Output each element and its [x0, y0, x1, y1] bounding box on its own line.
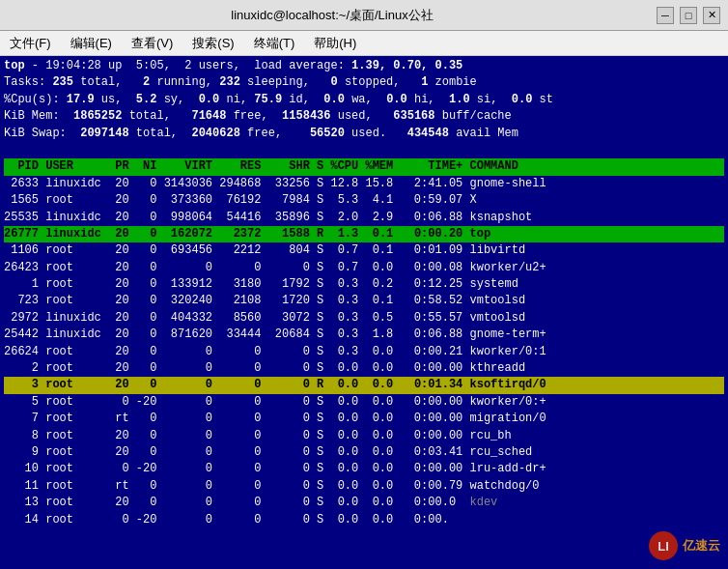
- close-button[interactable]: ✕: [703, 7, 720, 24]
- menu-terminal[interactable]: 终端(T): [248, 33, 301, 54]
- minimize-button[interactable]: ─: [657, 7, 674, 24]
- svg-text:LI: LI: [658, 539, 669, 554]
- process-row-10: 10 root 0 -20 0 0 0 S 0.0 0.0 0:00.00 lr…: [4, 461, 724, 477]
- menu-file[interactable]: 文件(F): [4, 33, 57, 54]
- menu-bar: 文件(F) 编辑(E) 查看(V) 搜索(S) 终端(T) 帮助(H): [0, 31, 728, 56]
- process-row-25535: 25535 linuxidc 20 0 998064 54416 35896 S…: [4, 210, 724, 226]
- title-bar: linuxidc@localhost:~/桌面/Linux公社 ─ □ ✕: [0, 0, 728, 31]
- process-row-2972: 2972 linuxidc 20 0 404332 8560 3072 S 0.…: [4, 310, 724, 327]
- menu-search[interactable]: 搜索(S): [186, 33, 239, 54]
- process-row-26624: 26624 root 20 0 0 0 0 S 0.3 0.0 0:00.21 …: [4, 344, 724, 360]
- process-row-26777: 26777 linuxidc 20 0 162072 2372 1588 R 1…: [4, 226, 724, 242]
- process-table-header: PID USER PR NI VIRT RES SHR S %CPU %MEM …: [4, 158, 724, 175]
- process-row-8: 8 root 20 0 0 0 0 S 0.0 0.0 0:00.00 rcu_…: [4, 428, 724, 444]
- process-row-1565: 1565 root 20 0 373360 76192 7984 S 5.3 4…: [4, 192, 724, 209]
- process-row-25442: 25442 linuxidc 20 0 871620 33444 20684 S…: [4, 327, 724, 343]
- blank-line: [4, 142, 724, 158]
- process-row-9: 9 root 20 0 0 0 0 S 0.0 0.0 0:03.41 rcu_…: [4, 444, 724, 461]
- process-row-1: 1 root 20 0 133912 3180 1792 S 0.3 0.2 0…: [4, 276, 724, 293]
- stat-line-5: KiB Swap: 2097148 total, 2040628 free, 5…: [4, 126, 724, 142]
- stat-line-4: KiB Mem: 1865252 total, 71648 free, 1158…: [4, 108, 724, 125]
- process-row-2633: 2633 linuxidc 20 0 3143036 294868 33256 …: [4, 176, 724, 192]
- menu-view[interactable]: 查看(V): [126, 33, 179, 54]
- window-title: linuxidc@localhost:~/桌面/Linux公社: [8, 7, 657, 24]
- process-row-11: 11 root rt 0 0 0 0 S 0.0 0.0 0:00.79 wat…: [4, 478, 724, 495]
- stat-line-3: %Cpu(s): 17.9 us, 5.2 sy, 0.0 ni, 75.9 i…: [4, 92, 724, 108]
- window-controls: ─ □ ✕: [657, 7, 720, 24]
- process-row-723: 723 root 20 0 320240 2108 1720 S 0.3 0.1…: [4, 293, 724, 309]
- watermark-text: 亿速云: [683, 537, 720, 555]
- process-row-1106: 1106 root 20 0 693456 2212 804 S 0.7 0.1…: [4, 242, 724, 259]
- watermark: LI 亿速云: [648, 530, 720, 561]
- menu-edit[interactable]: 编辑(E): [65, 33, 118, 54]
- process-row-26423: 26423 root 20 0 0 0 0 S 0.7 0.0 0:00.08 …: [4, 260, 724, 276]
- process-row-3: 3 root 20 0 0 0 0 R 0.0 0.0 0:01.34 ksof…: [4, 377, 724, 393]
- process-row-2: 2 root 20 0 0 0 0 S 0.0 0.0 0:00.00 kthr…: [4, 360, 724, 377]
- maximize-button[interactable]: □: [680, 7, 697, 24]
- stat-line-2: Tasks: 235 total, 2 running, 232 sleepin…: [4, 74, 724, 91]
- watermark-logo: LI: [648, 530, 679, 561]
- process-row-13: 13 root 20 0 0 0 0 S 0.0 0.0 0:00.0 kdev: [4, 495, 724, 511]
- terminal[interactable]: top - 19:04:28 up 5:05, 2 users, load av…: [0, 56, 728, 569]
- menu-help[interactable]: 帮助(H): [308, 33, 362, 54]
- process-row-5: 5 root 0 -20 0 0 0 S 0.0 0.0 0:00.00 kwo…: [4, 394, 724, 411]
- process-row-7: 7 root rt 0 0 0 0 S 0.0 0.0 0:00.00 migr…: [4, 411, 724, 427]
- stat-line-1: top - 19:04:28 up 5:05, 2 users, load av…: [4, 58, 724, 74]
- process-row-14: 14 root 0 -20 0 0 0 S 0.0 0.0 0:00.: [4, 512, 724, 528]
